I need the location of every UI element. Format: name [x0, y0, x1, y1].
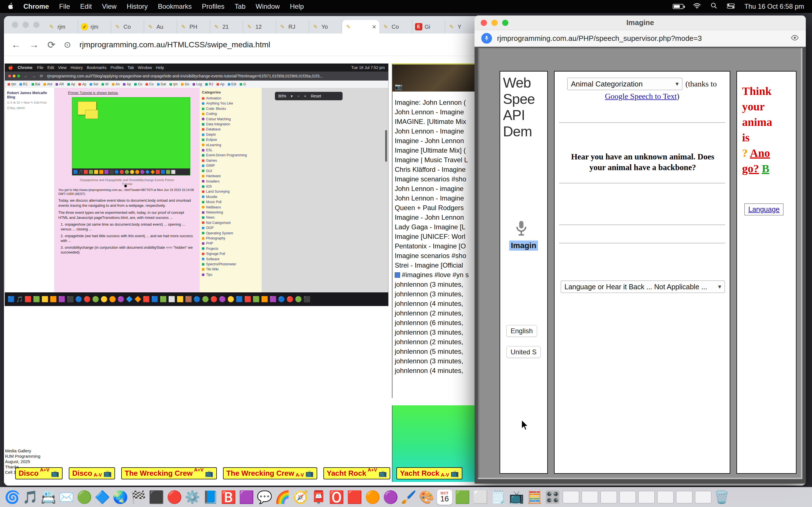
video-result-item[interactable]: Pentatonix - Imagine [O [393, 241, 485, 251]
video-result-item[interactable]: John Lennon - Imagine [393, 107, 485, 117]
minimized-window-thumbnail[interactable] [638, 491, 655, 503]
trash-icon[interactable]: 🗑️ [714, 491, 729, 503]
video-result-item[interactable]: johnlennon (2 minutes, [393, 308, 485, 318]
menubar-menu-help[interactable]: Help [290, 3, 304, 10]
address-bar[interactable]: rjmprogramming.com.au/HTMLCSS/swipe_medi… [80, 40, 270, 49]
video-result-item[interactable]: johnlennon (3 minutes, [393, 280, 485, 289]
dock-app-icon[interactable]: ✉️ [59, 491, 74, 503]
video-result-item[interactable]: johnlennon (3 minutes, [393, 328, 485, 337]
dock-app-icon[interactable]: 📺 [509, 491, 524, 503]
close-window-button[interactable] [12, 22, 18, 28]
minimized-window-thumbnail[interactable] [601, 491, 617, 503]
video-result-item[interactable]: IMAGINE. [Ultimate Mix [393, 117, 485, 126]
minimized-window-thumbnail[interactable] [695, 491, 711, 503]
dock-app-icon[interactable]: 🏁 [131, 491, 146, 503]
dock-app-icon[interactable]: ⚙️ [185, 491, 200, 503]
menubar-app-name[interactable]: Chrome [23, 3, 49, 10]
video-result-item[interactable]: Imagine scenarios #sho [393, 174, 485, 184]
eye-icon[interactable] [791, 35, 799, 42]
menubar-menu-file[interactable]: File [59, 3, 70, 10]
dock-app-icon[interactable]: 🅾️ [329, 491, 344, 503]
browser-tab[interactable]: ✎Co [379, 20, 412, 34]
battery-icon[interactable] [673, 4, 683, 9]
dock-app-icon[interactable]: 🔷 [95, 491, 110, 503]
wifi-icon[interactable] [693, 3, 701, 10]
video-result-item[interactable]: johnlennon (4 minutes, [393, 299, 485, 308]
menubar-menu-view[interactable]: View [102, 3, 117, 10]
dock-app-icon[interactable]: 🟩 [455, 491, 470, 503]
video-result-item[interactable]: Imagine - John Lennon [393, 213, 485, 222]
nested-screenshot-media[interactable]: 🍎 Chrome FileEditViewHistoryBookmarksPro… [4, 63, 389, 306]
video-result-item[interactable]: johnlennon (6 minutes, [393, 318, 485, 328]
browser-tab[interactable]: ✓rjm [78, 20, 111, 34]
dock-app-icon[interactable]: 📇 [41, 491, 56, 503]
menubar-menu-edit[interactable]: Edit [80, 3, 92, 10]
media-button[interactable]: The Wrecking CrewA+V📺 [121, 467, 216, 480]
dock-app-icon[interactable]: 🌏 [112, 491, 128, 503]
video-result-item[interactable]: Imagine: John Lennon ( [393, 98, 485, 107]
dock-app-icon[interactable]: 🧮 [527, 491, 542, 503]
language-hearback-select[interactable]: Language or Hear it Back ... Not Applica… [561, 281, 725, 293]
video-result-item[interactable]: Imagine - John Lennon [393, 136, 485, 146]
menubar-menu-history[interactable]: History [126, 3, 148, 10]
dock-app-icon[interactable]: 💬 [257, 491, 272, 503]
tab-close-icon[interactable]: ✕ [372, 24, 376, 30]
dock-app-icon[interactable]: 🌀 [4, 491, 20, 503]
browser-tab[interactable]: ✎rjm [45, 20, 78, 34]
video-result-item[interactable]: Strei - Imagine [Official [393, 261, 485, 270]
menubar-menu-bookmarks[interactable]: Bookmarks [158, 3, 192, 10]
video-result-item[interactable]: Queen + Paul Rodgers [393, 203, 485, 213]
video-result-item[interactable]: Imagine [UNICEF: Worl [393, 232, 485, 241]
menubar-menu-window[interactable]: Window [256, 3, 280, 10]
video-result-item[interactable]: Imagine | Music Travel L [393, 155, 485, 165]
minimized-window-thumbnail[interactable] [563, 491, 579, 503]
video-result-item[interactable]: John Lennon - Imagine [393, 126, 485, 136]
browser-tab[interactable]: ✎PH [177, 20, 210, 34]
microphone-permission-icon[interactable] [481, 33, 492, 44]
video-result-item[interactable]: johnlennon (2 minutes, [393, 337, 485, 347]
minimized-window-thumbnail[interactable] [657, 491, 673, 503]
minimized-window-thumbnail[interactable] [676, 491, 693, 503]
video-result-item[interactable]: johnlennon (3 minutes, [393, 356, 485, 366]
dock-app-icon[interactable]: 🗒️ [491, 491, 506, 503]
imagine-address-bar[interactable]: rjmprogramming.com.au/PHP/speech_supervi… [497, 34, 702, 43]
back-icon[interactable]: ← [11, 39, 21, 50]
language-select-button[interactable]: English [506, 325, 537, 337]
video-result-item[interactable]: Imagine scenarios #sho [393, 251, 485, 261]
menubar-clock[interactable]: Thu 16 Oct 6:58 pm [744, 3, 804, 10]
browser-tab[interactable]: ✎12 [243, 20, 276, 34]
dock-app-icon[interactable]: 📮 [311, 491, 326, 503]
browser-tab[interactable]: ✎RJ [276, 20, 309, 34]
control-center-icon[interactable] [727, 3, 735, 10]
video-result-item[interactable]: Lady Gaga - Imagine [L [393, 222, 485, 232]
minimize-window-button[interactable] [22, 22, 29, 28]
spotlight-search-icon[interactable] [711, 2, 717, 11]
browser-tab[interactable]: ✎Yo [309, 20, 342, 34]
video-result-item[interactable]: johnlennon (3 minutes, [393, 289, 485, 299]
calendar-icon[interactable]: OCT16 [437, 490, 452, 505]
video-thumbnail[interactable]: 📷 [393, 64, 485, 92]
zoom-window-button[interactable] [33, 22, 40, 28]
category-select[interactable]: Animal Categorization ▾ [567, 78, 682, 90]
dock-app-icon[interactable]: 🟪 [239, 491, 254, 503]
browser-tab[interactable]: ✎Co [111, 20, 144, 34]
browser-tab[interactable]: EGi [412, 20, 445, 34]
language-button[interactable]: Language [744, 203, 783, 216]
microphone-icon[interactable] [515, 220, 528, 238]
site-info-icon[interactable]: ⊙ [64, 40, 71, 50]
minimized-window-thumbnail[interactable] [619, 491, 636, 503]
dock-app-icon[interactable]: ⬛ [149, 491, 164, 503]
video-result-item[interactable]: johnlennon (4 minutes, [393, 366, 485, 376]
dock-app-icon[interactable]: 🅱️ [221, 491, 236, 503]
dock-app-icon[interactable]: 📘 [203, 491, 218, 503]
browser-tab[interactable]: ✎Y [445, 20, 478, 34]
reload-icon[interactable]: ⟳ [47, 39, 56, 50]
media-button[interactable]: Yacht RockA+V📺 [323, 467, 391, 480]
browser-tab[interactable]: ✎✕ [342, 20, 379, 34]
media-button[interactable]: The Wrecking CrewA-V📺 [223, 467, 317, 480]
browser-tab[interactable]: ✎21 [210, 20, 243, 34]
video-result-item[interactable]: johnlennon (5 minutes, [393, 347, 485, 356]
dock-app-icon[interactable]: 🔴 [167, 491, 182, 503]
minimized-window-thumbnail[interactable] [581, 491, 598, 503]
video-result-item[interactable]: #imagines #love #yn s [393, 270, 485, 280]
